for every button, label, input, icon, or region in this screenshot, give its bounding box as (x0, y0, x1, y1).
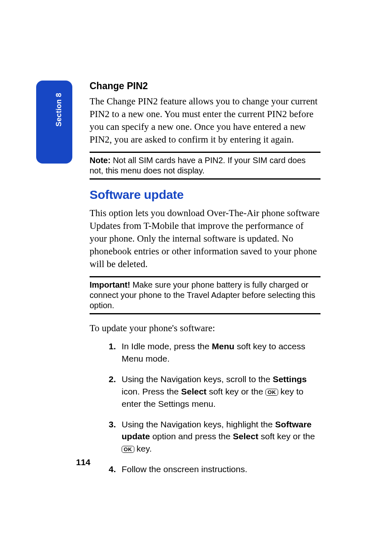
divider (90, 178, 321, 180)
page-content: Change PIN2 The Change PIN2 feature allo… (90, 81, 321, 484)
bold-text: Menu (212, 341, 234, 351)
document-page: Section 8 Change PIN2 The Change PIN2 fe… (0, 0, 392, 542)
step-body: Using the Navigation keys, highlight the… (122, 418, 321, 455)
step-number: 2. (90, 373, 122, 410)
text: In Idle mode, press the (122, 341, 212, 351)
divider (90, 276, 321, 277)
paragraph-software-update: This option lets you download Over-The-A… (90, 207, 321, 270)
note-callout: Note: Not all SIM cards have a PIN2. If … (90, 155, 321, 176)
step-body: Follow the onscreen instructions. (122, 463, 321, 475)
text: Follow the onscreen instructions. (122, 464, 247, 474)
divider (90, 152, 321, 153)
list-item: 1. In Idle mode, press the Menu soft key… (90, 340, 321, 365)
list-item: 2. Using the Navigation keys, scroll to … (90, 373, 321, 410)
paragraph-change-pin2: The Change PIN2 feature allows you to ch… (90, 95, 321, 146)
text: soft key or the (258, 431, 315, 441)
ok-key-icon: OK (122, 446, 134, 453)
text: icon. Press the (122, 387, 181, 396)
important-lead: Important! (90, 280, 130, 289)
text: key. (134, 444, 152, 453)
note-lead: Note: (90, 156, 111, 165)
divider (90, 313, 321, 314)
steps-list: 1. In Idle mode, press the Menu soft key… (90, 340, 321, 475)
text: option and press the (150, 431, 233, 441)
important-callout: Important! Make sure your phone battery … (90, 280, 321, 311)
ok-key-icon: OK (265, 389, 278, 396)
section-tab-label: Section 8 (55, 93, 63, 127)
bold-text: Settings (273, 374, 307, 384)
bold-text: Select (181, 387, 207, 396)
step-body: In Idle mode, press the Menu soft key to… (122, 340, 321, 365)
list-item: 3. Using the Navigation keys, highlight … (90, 418, 321, 455)
text: Using the Navigation keys, scroll to the (122, 374, 273, 384)
step-number: 1. (90, 340, 122, 365)
page-number: 114 (76, 457, 90, 467)
step-body: Using the Navigation keys, scroll to the… (122, 373, 321, 410)
bold-text: Select (233, 431, 258, 441)
step-number: 3. (90, 418, 122, 455)
step-number: 4. (90, 463, 122, 475)
heading-change-pin2: Change PIN2 (90, 81, 321, 92)
section-tab: Section 8 (36, 81, 72, 164)
list-item: 4. Follow the onscreen instructions. (90, 463, 321, 475)
heading-software-update: Software update (90, 188, 321, 202)
note-text: Not all SIM cards have a PIN2. If your S… (90, 156, 306, 175)
text: Using the Navigation keys, highlight the (122, 420, 275, 429)
steps-intro: To update your phone's software: (90, 322, 321, 334)
text: soft key or the (207, 387, 266, 396)
